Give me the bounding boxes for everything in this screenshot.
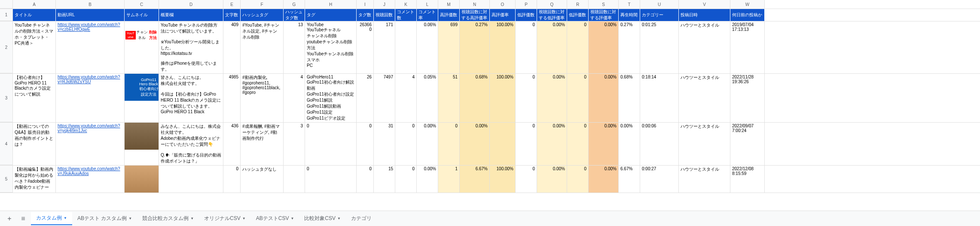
cell[interactable]: 26	[357, 74, 374, 122]
row-number[interactable]: 2	[0, 21, 13, 73]
header-cell[interactable]: カテゴリー	[640, 9, 679, 21]
cell[interactable]: ハウツーとスタイル	[679, 123, 730, 165]
cell[interactable]: 0:00:06	[640, 123, 679, 165]
cell[interactable]: 0.68%	[619, 74, 640, 122]
cell[interactable]	[125, 123, 159, 165]
cell[interactable]: 4	[284, 74, 305, 122]
cell[interactable]: 0	[567, 21, 589, 73]
header-cell[interactable]: 投稿日時	[679, 9, 730, 21]
cell[interactable]: 3	[284, 123, 305, 165]
cell[interactable]: YouTubeチャンネル削除方法📱💻🖥 共通	[125, 21, 159, 73]
column-header[interactable]: R	[567, 0, 589, 9]
header-cell[interactable]: 低評価数	[567, 9, 589, 21]
cell[interactable]: 0.00%	[537, 123, 567, 165]
cell[interactable]: 【動画編集】動画内製化は何から始めるべき？#adobe動画内製化ウェビナー	[13, 166, 56, 193]
cell[interactable]: 0:01:25	[640, 21, 679, 73]
cell[interactable]: 0	[357, 166, 374, 193]
column-header[interactable]: K	[395, 0, 417, 9]
cell[interactable]: 4985	[223, 74, 241, 122]
cell[interactable]: 0.00%	[589, 123, 619, 165]
cell[interactable]: 0.00%	[589, 74, 619, 122]
cell[interactable]: YouTube チャンネルの削除方法について解説しています。 ※YouTube分…	[159, 21, 223, 73]
header-cell[interactable]: タグ数	[357, 9, 374, 21]
cell[interactable]: #YouTube, #チャンネル設定, #チャンネル削除	[241, 21, 284, 73]
cell[interactable]: 699	[438, 21, 460, 73]
cell[interactable]: 6.67%	[460, 166, 490, 193]
cell[interactable]: 15	[374, 166, 395, 193]
column-header[interactable]: T	[619, 0, 640, 9]
cell[interactable]: 0.00%	[460, 123, 490, 165]
cell[interactable]: 0.00%	[417, 166, 438, 193]
header-cell[interactable]: サムネイル	[125, 9, 159, 21]
cell[interactable]: 0	[516, 74, 537, 122]
cell[interactable]: 2022/11/28 19:36:26	[730, 74, 765, 122]
cell[interactable]: 0	[567, 74, 589, 122]
cell[interactable]: 0	[567, 166, 589, 193]
column-header[interactable]: N	[460, 0, 490, 9]
header-cell[interactable]: コメント率	[417, 9, 438, 21]
column-header[interactable]: J	[374, 0, 395, 9]
header-cell[interactable]: 視聴回数に対する低評価率	[537, 9, 567, 21]
column-header[interactable]: V	[679, 0, 730, 9]
column-header[interactable]: W	[730, 0, 765, 9]
cell[interactable]: GoPro11 Hero Black 初心者向け 設定方法	[125, 74, 159, 122]
cell[interactable]: 0	[305, 166, 357, 193]
cell[interactable]: 100.00%	[490, 166, 516, 193]
cell[interactable]: https://www.youtube.com/watch?v=czbELHfO…	[56, 21, 125, 73]
column-header[interactable]: Q	[537, 0, 567, 9]
cell[interactable]: 13	[284, 21, 305, 73]
column-header[interactable]: D	[159, 0, 223, 9]
cell[interactable]: 0	[438, 123, 460, 165]
column-header[interactable]: B	[56, 0, 125, 9]
cell[interactable]	[159, 166, 223, 193]
column-header[interactable]: I	[357, 0, 374, 9]
cell[interactable]: ハウツーとスタイル	[679, 166, 730, 193]
cell[interactable]: 0	[305, 123, 357, 165]
cell[interactable]: 0.27%	[619, 21, 640, 73]
column-header[interactable]: U	[640, 0, 679, 9]
column-header[interactable]: H	[305, 0, 357, 9]
cell[interactable]: 0.68%	[460, 74, 490, 122]
cell[interactable]: ハウツーとスタイル	[679, 74, 730, 122]
cell[interactable]: 0.00%	[417, 123, 438, 165]
cell[interactable]: 【初心者向け】GoPro HERO 11 Blackのカメラ設定について解説	[13, 74, 56, 122]
column-header[interactable]: F	[241, 0, 284, 9]
row-number[interactable]: 1	[0, 9, 13, 21]
cell[interactable]: https://www.youtube.com/watch?v=RJid6WZs…	[56, 74, 125, 122]
cell[interactable]: #動画内製化, #goprohero11, #goprohero11black,…	[241, 74, 284, 122]
cell[interactable]: 1	[438, 166, 460, 193]
header-cell[interactable]: 動画URL	[56, 9, 125, 21]
cell[interactable]: 【動画についてのQ&A】販売目的動画の制作ポイントとは？	[13, 123, 56, 165]
cell[interactable]: 0	[395, 166, 417, 193]
cell[interactable]: 171	[374, 21, 395, 73]
cell[interactable]: 100.00%	[490, 74, 516, 122]
cell[interactable]: 0.00%	[537, 166, 567, 193]
cell[interactable]: 0:18:14	[640, 74, 679, 122]
cell[interactable]: GoProHero11 GoPro11初心者向け解説動画 GoPro11初心者向…	[305, 74, 357, 122]
cell[interactable]: 0.00%	[537, 74, 567, 122]
cell[interactable]: 0	[516, 21, 537, 73]
header-cell[interactable]: 何日前の投稿か	[730, 9, 765, 21]
header-cell[interactable]: 文字数	[223, 9, 241, 21]
cell[interactable]: YouTube YouTubeチャネル チャンネル削除 youtubeチャンネル…	[305, 21, 357, 73]
column-header[interactable]: A	[13, 0, 56, 9]
cell[interactable]: 409	[223, 21, 241, 73]
column-header[interactable]: E	[223, 0, 241, 9]
column-header[interactable]: P	[516, 0, 537, 9]
cell[interactable]: 皆さん、こんにちは。 株式会社火燵です。 今回は【初心者向け】GoPro HER…	[159, 74, 223, 122]
cell[interactable]: 0:00:27	[640, 166, 679, 193]
column-header[interactable]: G	[284, 0, 305, 9]
header-cell[interactable]: 視聴回数に対する高評価率	[460, 9, 490, 21]
cell[interactable]: 263660	[357, 21, 374, 73]
cell[interactable]: 31	[374, 123, 395, 165]
cell[interactable]: 2019/07/04 17:13:13	[730, 21, 765, 73]
cell[interactable]: YouTube チャンネルの削除方法＜スマホ・タブレット・PC共通＞	[13, 21, 56, 73]
cell[interactable]: 2022/12/08 8:15:59	[730, 166, 765, 193]
header-cell[interactable]: 概要欄	[159, 9, 223, 21]
cell[interactable]: ハウツーとスタイル	[679, 21, 730, 73]
header-cell[interactable]: 低評価数	[516, 9, 537, 21]
row-number[interactable]: 5	[0, 166, 13, 193]
cell[interactable]	[490, 123, 516, 165]
column-header[interactable]: L	[417, 0, 438, 9]
column-header[interactable]: S	[589, 0, 619, 9]
